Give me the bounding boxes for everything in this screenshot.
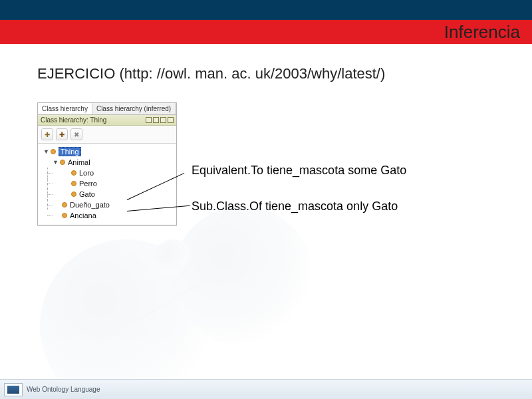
header-bar: Inferencia: [0, 20, 532, 44]
tab-class-hierarchy-inferred[interactable]: Class hierarchy (inferred): [92, 103, 176, 114]
panel-icon-4[interactable]: [168, 117, 174, 123]
slide-title: Inferencia: [444, 22, 520, 43]
panel-icon-2[interactable]: [153, 117, 159, 123]
class-icon: [62, 213, 67, 218]
tree-node-animal[interactable]: ▼ Animal: [43, 157, 175, 168]
tree-node-thing[interactable]: ▼ Thing: [43, 146, 175, 157]
add-subclass-button[interactable]: ✚: [41, 128, 53, 140]
class-icon: [60, 160, 65, 165]
tree-node-perro[interactable]: Perro: [43, 178, 175, 189]
tree-node-anciana[interactable]: Anciana: [43, 210, 175, 221]
tree-node-loro[interactable]: Loro: [43, 168, 175, 178]
class-tree: ▼ Thing ▼ Animal Loro Perro: [38, 144, 176, 225]
chevron-down-icon[interactable]: ▼: [53, 160, 59, 166]
class-icon: [71, 170, 76, 176]
class-icon: [71, 192, 76, 197]
footer-text: Web Ontology Language: [27, 386, 100, 393]
panel-header: Class hierarchy: Thing: [38, 115, 176, 126]
top-blue-bar: [0, 0, 532, 20]
panel-icon-3[interactable]: [160, 117, 166, 123]
tree-node-gato[interactable]: Gato: [43, 189, 175, 200]
tab-class-hierarchy[interactable]: Class hierarchy: [38, 103, 92, 114]
panel-header-label: Class hierarchy: Thing: [41, 116, 106, 124]
annotation-subclassof: Sub.Class.Of tiene_mascota only Gato: [192, 200, 398, 213]
exercise-heading: EJERCICIO (http: //owl. man. ac. uk/2003…: [37, 65, 512, 82]
annotation-equivalentto: Equivalent.To tiene_mascota some Gato: [192, 164, 406, 178]
footer-bar: Web Ontology Language: [0, 379, 532, 399]
class-icon: [51, 149, 56, 154]
tree-toolbar: ✚ ✚ ✖: [38, 126, 176, 144]
delete-class-button[interactable]: ✖: [70, 128, 82, 140]
chevron-down-icon[interactable]: ▼: [43, 149, 49, 155]
class-hierarchy-panel: Class hierarchy Class hierarchy (inferre…: [37, 102, 177, 225]
class-icon: [71, 181, 76, 186]
slide-content: EJERCICIO (http: //owl. man. ac. uk/2003…: [0, 53, 532, 378]
panel-icon-1[interactable]: [146, 117, 152, 123]
footer-logo: [4, 383, 23, 396]
add-sibling-button[interactable]: ✚: [56, 128, 68, 140]
class-icon: [62, 202, 67, 207]
tree-and-annotations: Class hierarchy Class hierarchy (inferre…: [37, 102, 512, 255]
